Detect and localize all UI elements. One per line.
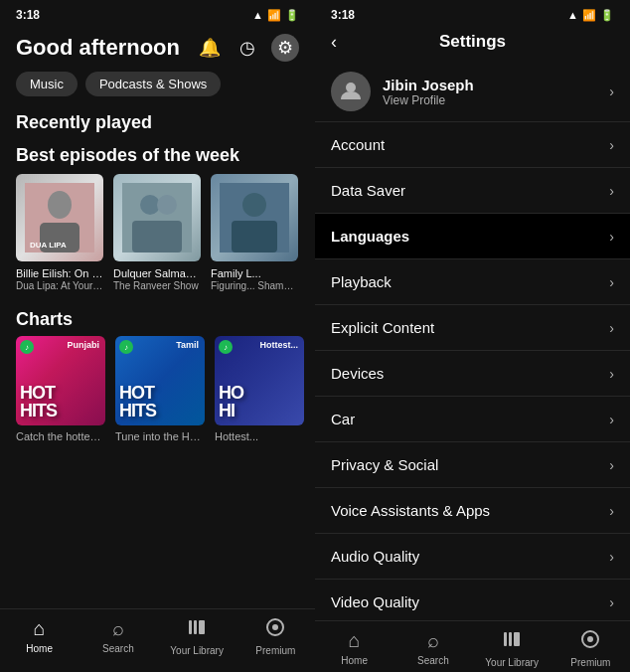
nav-home-left[interactable]: ⌂ Home — [0, 617, 79, 656]
svg-rect-19 — [514, 632, 520, 646]
search-icon-right: ⌕ — [427, 629, 439, 652]
profile-row[interactable]: Jibin Joseph View Profile › — [315, 62, 630, 122]
chevron-videoquality: › — [609, 594, 614, 610]
spotify-badge-2: ♪ — [119, 340, 133, 354]
chevron-audioquality: › — [609, 549, 614, 565]
chart-card-3[interactable]: ♪ Hottest... HOHI Hottest... — [215, 336, 304, 442]
chart-card-2[interactable]: ♪ Tamil HOTHITS Tune into the Hottest... — [115, 336, 205, 442]
settings-label-privacy: Privacy & Social — [331, 456, 438, 473]
settings-item-languages[interactable]: Languages › — [315, 214, 630, 259]
settings-item-privacy[interactable]: Privacy & Social › — [315, 442, 630, 488]
svg-rect-10 — [232, 221, 277, 252]
settings-list: Account › Data Saver › Languages › Playb… — [315, 122, 630, 620]
episodes-list: DUA LIPA Billie Eilish: On growin... Dua… — [0, 174, 315, 301]
left-panel: 3:18 ▲ 📶 🔋 Good afternoon 🔔 ◷ ⚙ Music Po… — [0, 0, 315, 672]
chevron-playback: › — [609, 274, 614, 290]
settings-item-voice[interactable]: Voice Assistants & Apps › — [315, 488, 630, 534]
settings-item-explicit[interactable]: Explicit Content › — [315, 305, 630, 351]
chart-card-1[interactable]: ♪ Punjabi HOTHITS Catch the hottest... — [16, 336, 105, 442]
settings-label-languages: Languages — [331, 228, 409, 245]
chart-label-2: Tamil — [176, 340, 199, 350]
nav-library-label-left: Your Library — [170, 645, 224, 656]
settings-item-videoquality[interactable]: Video Quality › — [315, 580, 630, 620]
settings-icon[interactable]: ⚙ — [271, 34, 299, 62]
episode-title-1: Billie Eilish: On growin... — [16, 266, 103, 280]
chart-thumb-2: ♪ Tamil HOTHITS — [115, 336, 205, 425]
settings-item-account[interactable]: Account › — [315, 122, 630, 168]
svg-rect-7 — [132, 221, 182, 252]
episode-card-3[interactable]: Family L... Figuring... Shaman... — [211, 174, 298, 291]
settings-item-car[interactable]: Car › — [315, 397, 630, 442]
filter-tabs: Music Podcasts & Shows — [0, 68, 315, 104]
nav-search-label-right: Search — [417, 655, 449, 666]
nav-home-right[interactable]: ⌂ Home — [315, 629, 394, 668]
hot-hits-1: HOTHITS — [20, 384, 57, 420]
svg-point-9 — [242, 193, 266, 217]
episode-card-2[interactable]: Dulquer Salmaan Open... The Ranveer Show — [113, 174, 201, 291]
svg-point-21 — [587, 636, 593, 642]
nav-premium-right[interactable]: Premium — [551, 629, 630, 668]
library-icon-right — [502, 629, 522, 654]
chevron-languages: › — [609, 229, 614, 245]
chevron-datasaver: › — [609, 183, 614, 199]
nav-premium-label-left: Premium — [255, 645, 295, 656]
settings-label-car: Car — [331, 411, 355, 427]
chevron-privacy: › — [609, 457, 614, 473]
bell-icon[interactable]: 🔔 — [196, 34, 224, 62]
episode-title-2: Dulquer Salmaan Open... — [113, 266, 201, 280]
svg-point-6 — [157, 195, 177, 215]
settings-label-playback: Playback — [331, 273, 392, 290]
back-button[interactable]: ‹ — [331, 32, 337, 53]
svg-text:DUA LIPA: DUA LIPA — [30, 241, 67, 250]
time-right: 3:18 — [331, 8, 355, 22]
settings-item-audioquality[interactable]: Audio Quality › — [315, 534, 630, 580]
nav-library-label-right: Your Library — [485, 657, 539, 668]
header-left: Good afternoon 🔔 ◷ ⚙ — [0, 26, 315, 68]
spotify-badge-1: ♪ — [20, 340, 34, 354]
nav-search-left[interactable]: ⌕ Search — [79, 617, 157, 656]
svg-rect-13 — [199, 620, 205, 634]
recently-played-title: Recently played — [0, 104, 315, 139]
search-icon-left: ⌕ — [112, 617, 124, 640]
svg-point-15 — [272, 624, 278, 630]
settings-item-devices[interactable]: Devices › — [315, 351, 630, 397]
history-icon[interactable]: ◷ — [234, 34, 261, 62]
svg-rect-18 — [509, 632, 512, 646]
profile-chevron: › — [609, 84, 614, 99]
episode-thumb-1: DUA LIPA — [16, 174, 103, 261]
svg-rect-17 — [504, 632, 507, 646]
chart-thumb-3: ♪ Hottest... HOHI — [215, 336, 304, 425]
status-icons-left: ▲ 📶 🔋 — [252, 9, 299, 22]
status-bar-right: 3:18 ▲ 📶 🔋 — [315, 0, 630, 26]
avatar — [331, 72, 371, 111]
profile-info: Jibin Joseph View Profile — [383, 77, 609, 107]
nav-premium-left[interactable]: Premium — [236, 617, 315, 656]
chart-sub-1: Catch the hottest... — [16, 430, 105, 442]
hot-hits-3: HOHI — [219, 384, 243, 420]
svg-rect-11 — [189, 620, 192, 634]
chart-label-1: Punjabi — [67, 340, 99, 350]
settings-label-audioquality: Audio Quality — [331, 548, 419, 565]
library-icon-left — [187, 617, 207, 642]
best-episodes-title: Best episodes of the week — [0, 139, 315, 174]
filter-music[interactable]: Music — [16, 72, 78, 96]
nav-search-label-left: Search — [102, 643, 134, 654]
home-icon-right: ⌂ — [349, 629, 361, 652]
chevron-explicit: › — [609, 320, 614, 336]
nav-premium-label-right: Premium — [570, 657, 610, 668]
settings-item-datasaver[interactable]: Data Saver › — [315, 168, 630, 214]
nav-library-right[interactable]: Your Library — [473, 629, 551, 668]
chart-sub-3: Hottest... — [215, 430, 304, 442]
nav-search-right[interactable]: ⌕ Search — [394, 629, 472, 668]
header-icons: 🔔 ◷ ⚙ — [196, 34, 299, 62]
settings-item-playback[interactable]: Playback › — [315, 259, 630, 305]
bottom-nav-right: ⌂ Home ⌕ Search Your Library — [315, 620, 630, 672]
svg-point-16 — [346, 83, 356, 92]
episode-sub-3: Figuring... Shaman... — [211, 280, 298, 291]
nav-library-left[interactable]: Your Library — [158, 617, 236, 656]
episode-thumb-2 — [113, 174, 201, 261]
status-icons-right: ▲ 📶 🔋 — [567, 9, 614, 22]
status-bar-left: 3:18 ▲ 📶 🔋 — [0, 0, 315, 26]
filter-podcasts[interactable]: Podcasts & Shows — [85, 72, 221, 96]
episode-card-1[interactable]: DUA LIPA Billie Eilish: On growin... Dua… — [16, 174, 103, 291]
